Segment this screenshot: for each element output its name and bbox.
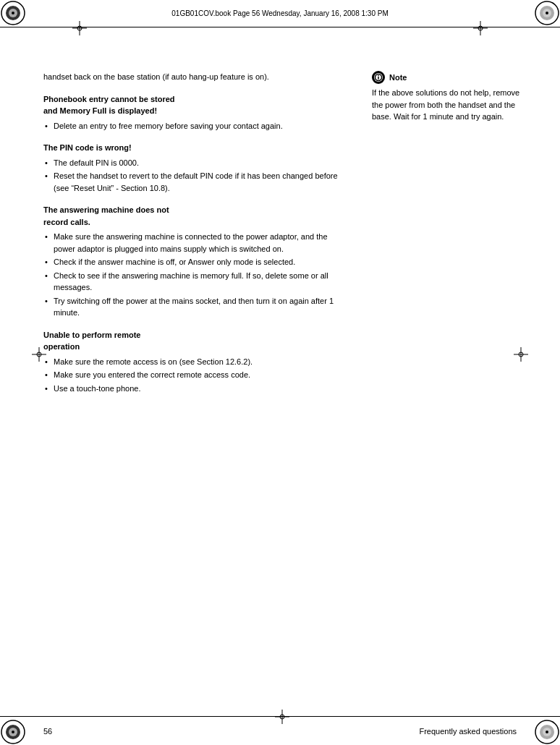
list-item: Use a touch-tone phone.	[43, 383, 343, 395]
note-text: If the above solutions do not help, remo…	[372, 87, 524, 123]
answering-bullets: Make sure the answering machine is conne…	[43, 231, 343, 319]
phonebook-bullets: Delete an entry to free memory before sa…	[43, 120, 343, 132]
intro-text: handset back on the base station (if aut…	[43, 71, 343, 83]
list-item: Check if the answer machine is off, or A…	[43, 256, 343, 268]
phonebook-heading: Phonebook entry cannot be storedand Memo…	[43, 93, 343, 117]
list-item: Try switching off the power at the mains…	[43, 295, 343, 319]
left-column: handset back on the base station (if aut…	[43, 71, 350, 716]
note-label: Note	[389, 73, 407, 82]
list-item: Make sure the remote access is on (see S…	[43, 356, 343, 368]
pin-heading: The PIN code is wrong!	[43, 142, 343, 154]
list-item: Make sure the answering machine is conne…	[43, 231, 343, 255]
svg-point-3	[12, 12, 14, 14]
svg-rect-34	[378, 77, 379, 80]
pin-bullets: The default PIN is 0000. Reset the hands…	[43, 157, 343, 195]
svg-point-7	[546, 12, 548, 14]
section-remote: Unable to perform remoteoperation Make s…	[43, 329, 343, 395]
page-container: 01GB01COV.book Page 56 Wednesday, Januar…	[0, 0, 560, 745]
header-text: 01GB01COV.book Page 56 Wednesday, Januar…	[36, 9, 524, 17]
list-item: Delete an entry to free memory before sa…	[43, 120, 343, 132]
answering-heading: The answering machine does notrecord cal…	[43, 204, 343, 228]
note-icon	[372, 71, 385, 84]
section-pin: The PIN code is wrong! The default PIN i…	[43, 142, 343, 194]
remote-heading: Unable to perform remoteoperation	[43, 329, 343, 353]
content-area: handset back on the base station (if aut…	[43, 27, 524, 716]
note-box: Note If the above solutions do not help,…	[372, 71, 524, 123]
corner-tr	[534, 0, 560, 26]
section-phonebook: Phonebook entry cannot be storedand Memo…	[43, 93, 343, 132]
list-item: Make sure you entered the correct remote…	[43, 369, 343, 381]
svg-rect-33	[378, 75, 379, 76]
list-item: The default PIN is 0000.	[43, 157, 343, 169]
section-answering: The answering machine does notrecord cal…	[43, 204, 343, 319]
list-item: Check to see if the answering machine is…	[43, 270, 343, 294]
footer-title: Frequently asked questions	[52, 727, 517, 736]
remote-bullets: Make sure the remote access is on (see S…	[43, 356, 343, 395]
right-column: Note If the above solutions do not help,…	[365, 71, 524, 716]
note-header: Note	[372, 71, 524, 84]
corner-tl	[0, 0, 26, 26]
list-item: Reset the handset to revert to the defau…	[43, 170, 343, 194]
footer-page-number: 56	[43, 727, 52, 736]
note-icon-inner	[374, 73, 383, 82]
footer-bar: 56 Frequently asked questions	[0, 716, 560, 745]
